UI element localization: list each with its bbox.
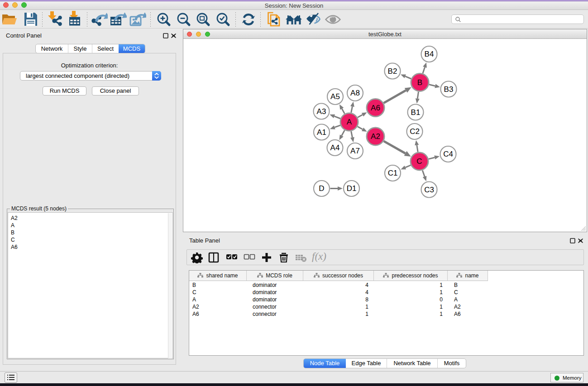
svg-text:A7: A7: [350, 147, 360, 155]
svg-text:A2: A2: [371, 132, 380, 141]
svg-text:B3: B3: [444, 85, 454, 94]
svg-text:A4: A4: [330, 143, 340, 152]
svg-text:A3: A3: [317, 107, 326, 116]
svg-text:C1: C1: [388, 169, 398, 177]
svg-text:A1: A1: [317, 128, 326, 137]
svg-text:B4: B4: [425, 50, 434, 58]
svg-text:D: D: [319, 184, 324, 193]
svg-text:B2: B2: [388, 67, 397, 76]
svg-text:A: A: [347, 118, 352, 126]
svg-text:C: C: [416, 157, 422, 166]
svg-text:B1: B1: [411, 108, 421, 117]
svg-text:D1: D1: [347, 184, 357, 193]
svg-text:A5: A5: [330, 92, 340, 101]
svg-text:A6: A6: [371, 104, 380, 112]
svg-text:A8: A8: [350, 89, 360, 97]
svg-text:C4: C4: [443, 150, 453, 158]
svg-text:C3: C3: [424, 186, 434, 194]
svg-text:C2: C2: [410, 127, 420, 136]
svg-text:B: B: [417, 78, 422, 87]
